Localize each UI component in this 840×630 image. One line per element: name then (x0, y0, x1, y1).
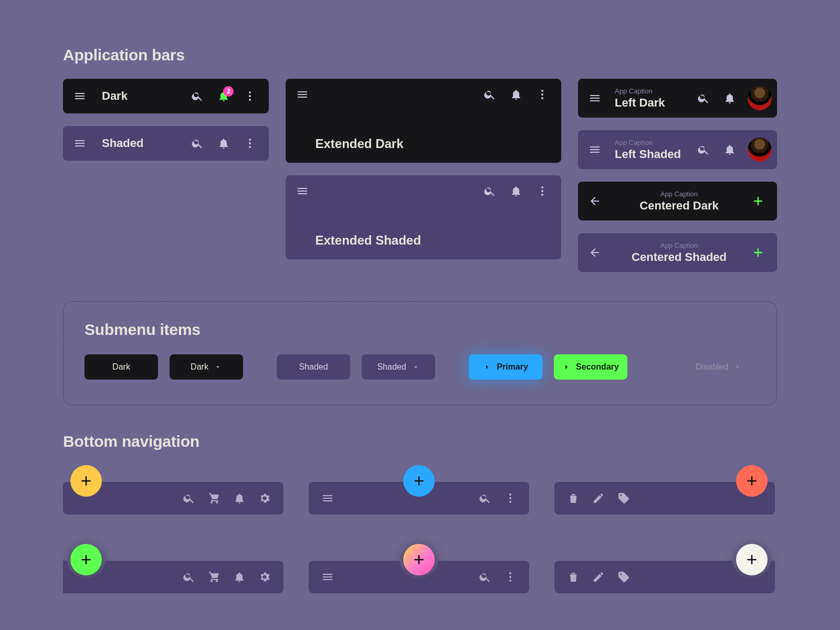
appbar-title: Left Dark (615, 97, 689, 109)
avatar[interactable] (748, 86, 772, 110)
search-icon[interactable] (474, 565, 497, 589)
appbar-extended-shaded: Extended Shaded (286, 175, 561, 259)
appbar-shaded: Shaded (63, 126, 269, 161)
bell-icon[interactable] (228, 565, 251, 589)
more-icon[interactable] (499, 487, 522, 510)
trash-icon[interactable] (562, 565, 585, 589)
appbar-title: Left Shaded (615, 148, 689, 160)
chevron-down-icon (412, 363, 420, 371)
menu-icon[interactable] (316, 565, 339, 589)
chip-label: Shaded (377, 362, 406, 372)
bell-icon[interactable] (505, 180, 528, 203)
more-icon[interactable] (499, 565, 522, 589)
bottomnav-bar (554, 561, 775, 593)
appbar-dark: Dark 2 (63, 79, 269, 113)
appbar-left-dark: App Caption Left Dark (578, 79, 777, 118)
chevron-down-icon (733, 363, 742, 371)
search-icon[interactable] (186, 132, 209, 155)
fab-add[interactable] (70, 465, 102, 497)
bell-icon[interactable]: 2 (212, 85, 235, 108)
tag-icon[interactable] (612, 487, 635, 510)
gear-icon[interactable] (253, 487, 276, 510)
fab-add[interactable] (736, 465, 768, 497)
menu-icon[interactable] (583, 87, 606, 110)
appbar-title: Centered Shaded (632, 251, 727, 263)
menu-icon[interactable] (68, 85, 91, 108)
more-icon[interactable] (531, 180, 554, 203)
tag-icon[interactable] (612, 565, 635, 589)
search-icon[interactable] (478, 180, 501, 203)
avatar[interactable] (748, 138, 772, 162)
more-icon[interactable] (531, 83, 554, 106)
search-icon[interactable] (692, 138, 715, 161)
plus-icon[interactable] (747, 241, 770, 264)
menu-icon[interactable] (291, 83, 314, 106)
section-title-appbars: Application bars (63, 46, 777, 64)
notification-badge: 2 (223, 86, 234, 97)
appbar-centered-shaded: App Caption Centered Shaded (578, 233, 777, 272)
chevron-down-icon (214, 363, 222, 371)
submenu-dark[interactable]: Dark (85, 354, 158, 380)
menu-icon[interactable] (291, 180, 314, 203)
chip-label: Secondary (576, 362, 619, 372)
bell-icon[interactable] (505, 83, 528, 106)
cart-icon[interactable] (203, 565, 226, 589)
back-icon[interactable] (583, 190, 606, 213)
submenu-shaded[interactable]: Shaded (277, 354, 350, 380)
fab-add[interactable] (403, 465, 435, 497)
search-icon[interactable] (177, 487, 201, 510)
submenu-secondary[interactable]: Secondary (554, 354, 627, 380)
appbar-title: Extended Dark (286, 136, 561, 163)
chip-label: Disabled (696, 362, 728, 372)
chip-label: Primary (497, 362, 528, 372)
submenu-disabled: Disabled (682, 354, 755, 380)
appbar-title: Shaded (102, 136, 183, 150)
app-caption: App Caption (615, 139, 689, 146)
bottomnav-bar (63, 561, 284, 593)
section-title-bottomnav: Bottom navigation (63, 433, 777, 450)
search-icon[interactable] (186, 85, 209, 108)
search-icon[interactable] (474, 487, 497, 510)
chevron-right-icon (483, 363, 491, 371)
submenu-primary[interactable]: Primary (469, 354, 542, 380)
menu-icon[interactable] (316, 487, 339, 510)
bell-icon[interactable] (212, 132, 235, 155)
appbar-extended-dark: Extended Dark (286, 79, 561, 163)
submenu-dark-dropdown[interactable]: Dark (170, 354, 243, 380)
appbar-title: Centered Dark (639, 200, 718, 212)
search-icon[interactable] (478, 83, 501, 106)
menu-icon[interactable] (68, 132, 91, 155)
gear-icon[interactable] (253, 565, 276, 589)
menu-icon[interactable] (583, 138, 606, 161)
search-icon[interactable] (177, 565, 201, 589)
bell-icon[interactable] (718, 87, 741, 110)
submenu-shaded-dropdown[interactable]: Shaded (362, 354, 435, 380)
chip-label: Dark (112, 362, 130, 372)
more-icon[interactable] (238, 85, 261, 108)
pencil-icon[interactable] (587, 565, 610, 589)
app-caption: App Caption (660, 242, 698, 249)
chevron-right-icon (562, 363, 571, 371)
bell-icon[interactable] (718, 138, 741, 161)
more-icon[interactable] (238, 132, 261, 155)
appbar-title: Dark (102, 89, 183, 103)
app-caption: App Caption (660, 191, 698, 198)
bell-icon[interactable] (228, 487, 251, 510)
chip-label: Dark (191, 362, 208, 372)
chip-label: Shaded (299, 362, 328, 372)
appbar-title: Extended Shaded (286, 233, 561, 259)
plus-icon[interactable] (747, 190, 770, 213)
submenu-section: Submenu items Dark Dark Shaded Shaded Pr… (63, 301, 777, 405)
search-icon[interactable] (692, 87, 715, 110)
back-icon[interactable] (583, 241, 606, 264)
cart-icon[interactable] (203, 487, 226, 510)
appbar-centered-dark: App Caption Centered Dark (578, 182, 777, 220)
appbar-left-shaded: App Caption Left Shaded (578, 130, 777, 169)
app-caption: App Caption (615, 88, 689, 95)
section-title-submenu: Submenu items (85, 321, 755, 339)
trash-icon[interactable] (562, 487, 585, 510)
pencil-icon[interactable] (587, 487, 610, 510)
bottomnav-bar (309, 561, 529, 593)
